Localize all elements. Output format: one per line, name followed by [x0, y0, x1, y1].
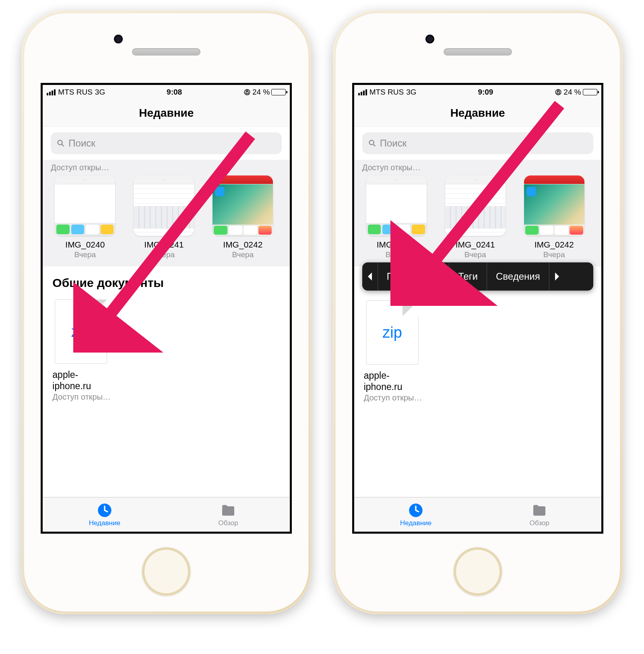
thumbnail: ⋯	[445, 175, 506, 236]
context-share[interactable]: Поделиться	[378, 262, 450, 291]
search-icon	[56, 139, 65, 148]
section-header: Общие документы	[43, 266, 290, 293]
phone-frame-right: MTS RUS 3G 9:09 24 % Недавние Поиск Дос	[333, 10, 623, 614]
svg-rect-6	[557, 92, 559, 94]
search-placeholder: Поиск	[68, 138, 95, 149]
search-icon	[368, 139, 377, 148]
battery-pct: 24 %	[252, 88, 270, 97]
recent-item[interactable]: ⋯ IMG_0240 Вчера	[362, 175, 431, 259]
thumbnail	[524, 175, 584, 236]
search-input[interactable]: Поиск	[51, 132, 282, 154]
status-bar: MTS RUS 3G 9:09 24 %	[354, 85, 601, 99]
carrier-label: MTS RUS	[58, 88, 93, 97]
screen: MTS RUS 3G 9:08 24 % Недавние Поиск Дос	[41, 83, 292, 534]
file-item[interactable]: zip apple- iphone.ru Доступ откры…	[52, 297, 121, 402]
earpiece-speaker	[444, 48, 512, 56]
network-label: 3G	[95, 88, 105, 97]
context-tags[interactable]: Теги	[449, 262, 487, 291]
folder-icon	[531, 502, 547, 518]
front-camera	[425, 35, 434, 43]
file-subtitle: Доступ откры…	[52, 392, 121, 402]
carrier-label: MTS RUS	[369, 88, 404, 97]
svg-point-2	[58, 140, 62, 145]
file-ext: zip	[382, 324, 402, 341]
tab-browse[interactable]: Обзор	[478, 497, 601, 532]
battery-icon	[583, 89, 597, 95]
clock: 9:08	[167, 88, 182, 97]
earpiece-speaker	[132, 48, 200, 56]
svg-point-7	[369, 140, 374, 145]
phone-frame-left: MTS RUS 3G 9:08 24 % Недавние Поиск Дос	[21, 10, 311, 614]
shared-label: Доступ откры…	[51, 161, 282, 175]
tab-recent[interactable]: Недавние	[354, 497, 478, 532]
context-next[interactable]	[549, 262, 565, 291]
thumbnail: ⋯	[366, 175, 427, 236]
tab-bar: Недавние Обзор	[43, 497, 290, 532]
recent-item[interactable]: IMG_0242 Вчера	[208, 175, 277, 259]
home-button[interactable]	[454, 547, 502, 596]
thumbnail: ⋯	[134, 175, 194, 236]
home-button[interactable]	[142, 547, 190, 596]
signal-icon	[47, 89, 56, 95]
thumbnail: ⋯	[55, 175, 115, 236]
front-camera	[114, 35, 123, 43]
recent-item[interactable]: ⋯ IMG_0240 Вчера	[51, 175, 119, 259]
recent-item[interactable]: IMG_0242 Вчера	[520, 175, 588, 259]
tab-bar: Недавние Обзор	[354, 497, 601, 532]
tab-recent[interactable]: Недавние	[43, 497, 166, 532]
clock-icon	[408, 502, 424, 518]
network-label: 3G	[406, 88, 416, 97]
thumbnail	[213, 175, 273, 236]
tab-browse[interactable]: Обзор	[166, 497, 290, 532]
battery-pct: 24 %	[564, 88, 581, 97]
page-title: Недавние	[43, 99, 290, 127]
rotation-lock-icon	[555, 89, 562, 96]
file-icon: zip	[55, 299, 107, 364]
recent-item[interactable]: ⋯ IMG_0241 Вчера	[130, 175, 198, 259]
folder-icon	[220, 502, 236, 518]
recent-item[interactable]: ⋯ IMG_0241 Вчера	[441, 175, 510, 259]
clock-icon	[97, 502, 113, 518]
clock: 9:09	[478, 88, 493, 97]
status-bar: MTS RUS 3G 9:08 24 %	[43, 85, 290, 99]
context-info[interactable]: Сведения	[487, 262, 549, 291]
page-title: Недавние	[354, 99, 601, 127]
battery-icon	[271, 89, 286, 95]
search-input[interactable]: Поиск	[362, 132, 593, 154]
screen: MTS RUS 3G 9:09 24 % Недавние Поиск Дос	[352, 83, 603, 534]
file-item[interactable]: zip apple- iphone.ru Доступ откры…	[364, 298, 432, 402]
signal-icon	[358, 89, 367, 95]
svg-rect-1	[246, 92, 248, 94]
shared-label: Доступ откры…	[362, 161, 593, 175]
context-prev[interactable]	[362, 262, 378, 291]
rotation-lock-icon	[244, 89, 251, 96]
file-subtitle: Доступ откры…	[364, 393, 432, 402]
search-placeholder: Поиск	[380, 138, 407, 149]
context-menu: Поделиться Теги Сведения	[362, 262, 593, 291]
file-ext: zip	[71, 323, 91, 340]
file-icon: zip	[366, 300, 419, 365]
